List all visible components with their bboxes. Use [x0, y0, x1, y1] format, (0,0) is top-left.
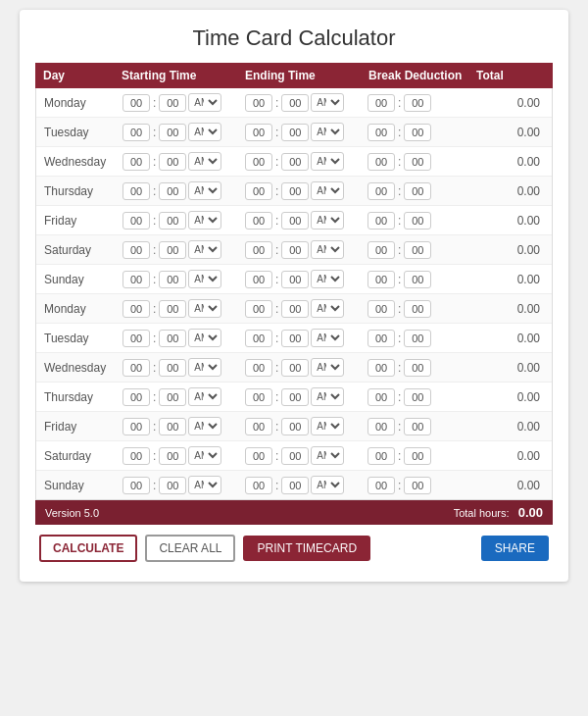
break-hour-input[interactable]	[368, 153, 395, 171]
break-hour-input[interactable]	[368, 94, 395, 112]
end-hour-input[interactable]	[245, 212, 272, 230]
start-hour-input[interactable]	[122, 418, 150, 435]
end-ampm-select[interactable]: AMPM	[311, 93, 344, 112]
break-min-input[interactable]	[404, 94, 431, 112]
clear-all-button[interactable]: CLEAR ALL	[145, 535, 235, 562]
end-ampm-select[interactable]: AMPM	[311, 358, 344, 377]
start-hour-input[interactable]	[122, 271, 150, 288]
start-ampm-select[interactable]: AMPM	[188, 387, 221, 406]
end-hour-input[interactable]	[245, 124, 272, 141]
start-ampm-select[interactable]: AMPM	[188, 299, 221, 318]
end-ampm-select[interactable]: AMPM	[311, 123, 344, 141]
start-ampm-select[interactable]: AMPM	[188, 358, 221, 377]
break-min-input[interactable]	[404, 447, 431, 465]
end-hour-input[interactable]	[245, 271, 272, 288]
end-min-input[interactable]	[281, 153, 309, 171]
break-hour-input[interactable]	[368, 182, 395, 200]
end-min-input[interactable]	[281, 94, 309, 112]
end-hour-input[interactable]	[245, 359, 272, 377]
start-min-input[interactable]	[159, 271, 186, 288]
start-ampm-select[interactable]: AMPM	[188, 446, 221, 465]
end-ampm-select[interactable]: AMPM	[311, 476, 344, 494]
start-min-input[interactable]	[159, 418, 186, 435]
end-hour-input[interactable]	[245, 300, 272, 318]
break-hour-input[interactable]	[368, 418, 395, 435]
end-min-input[interactable]	[281, 300, 309, 318]
start-min-input[interactable]	[159, 94, 186, 112]
break-min-input[interactable]	[404, 182, 431, 200]
print-button[interactable]: PRINT TIMECARD	[243, 536, 370, 561]
end-ampm-select[interactable]: AMPM	[311, 329, 344, 347]
start-min-input[interactable]	[159, 241, 186, 259]
start-hour-input[interactable]	[122, 124, 150, 141]
share-button[interactable]: SHARE	[481, 536, 549, 561]
start-ampm-select[interactable]: AMPM	[188, 329, 221, 347]
end-min-input[interactable]	[281, 182, 309, 200]
start-min-input[interactable]	[159, 212, 186, 230]
end-min-input[interactable]	[281, 388, 309, 406]
end-min-input[interactable]	[281, 212, 309, 230]
start-min-input[interactable]	[159, 300, 186, 318]
start-hour-input[interactable]	[122, 330, 150, 347]
end-min-input[interactable]	[281, 418, 309, 435]
end-hour-input[interactable]	[245, 330, 272, 347]
start-min-input[interactable]	[159, 359, 186, 377]
start-hour-input[interactable]	[122, 300, 150, 318]
end-ampm-select[interactable]: AMPM	[311, 446, 344, 465]
break-min-input[interactable]	[404, 330, 431, 347]
break-hour-input[interactable]	[368, 271, 395, 288]
start-min-input[interactable]	[159, 182, 186, 200]
start-hour-input[interactable]	[122, 388, 150, 406]
break-min-input[interactable]	[404, 241, 431, 259]
end-min-input[interactable]	[281, 447, 309, 465]
end-ampm-select[interactable]: AMPM	[311, 181, 344, 200]
start-min-input[interactable]	[159, 447, 186, 465]
start-hour-input[interactable]	[122, 447, 150, 465]
break-min-input[interactable]	[404, 124, 431, 141]
break-hour-input[interactable]	[368, 447, 395, 465]
end-hour-input[interactable]	[245, 477, 272, 494]
end-ampm-select[interactable]: AMPM	[311, 211, 344, 230]
break-min-input[interactable]	[404, 359, 431, 377]
break-min-input[interactable]	[404, 300, 431, 318]
end-hour-input[interactable]	[245, 182, 272, 200]
start-ampm-select[interactable]: AMPM	[188, 270, 221, 288]
start-ampm-select[interactable]: AMPM	[188, 93, 221, 112]
end-hour-input[interactable]	[245, 94, 272, 112]
end-min-input[interactable]	[281, 330, 309, 347]
end-ampm-select[interactable]: AMPM	[311, 417, 344, 435]
start-ampm-select[interactable]: AMPM	[188, 152, 221, 171]
start-min-input[interactable]	[159, 330, 186, 347]
start-hour-input[interactable]	[122, 182, 150, 200]
break-min-input[interactable]	[404, 477, 431, 494]
end-ampm-select[interactable]: AMPM	[311, 240, 344, 259]
start-ampm-select[interactable]: AMPM	[188, 181, 221, 200]
end-ampm-select[interactable]: AMPM	[311, 270, 344, 288]
end-min-input[interactable]	[281, 124, 309, 141]
break-min-input[interactable]	[404, 153, 431, 171]
end-min-input[interactable]	[281, 359, 309, 377]
end-hour-input[interactable]	[245, 241, 272, 259]
end-hour-input[interactable]	[245, 153, 272, 171]
start-hour-input[interactable]	[122, 153, 150, 171]
end-ampm-select[interactable]: AMPM	[311, 152, 344, 171]
break-hour-input[interactable]	[368, 388, 395, 406]
break-min-input[interactable]	[404, 388, 431, 406]
end-min-input[interactable]	[281, 271, 309, 288]
break-hour-input[interactable]	[368, 124, 395, 141]
break-hour-input[interactable]	[368, 300, 395, 318]
end-hour-input[interactable]	[245, 388, 272, 406]
break-min-input[interactable]	[404, 212, 431, 230]
end-min-input[interactable]	[281, 477, 309, 494]
start-ampm-select[interactable]: AMPM	[188, 211, 221, 230]
start-ampm-select[interactable]: AMPM	[188, 123, 221, 141]
start-min-input[interactable]	[159, 124, 186, 141]
break-hour-input[interactable]	[368, 359, 395, 377]
start-ampm-select[interactable]: AMPM	[188, 417, 221, 435]
end-ampm-select[interactable]: AMPM	[311, 387, 344, 406]
end-hour-input[interactable]	[245, 418, 272, 435]
end-ampm-select[interactable]: AMPM	[311, 299, 344, 318]
start-hour-input[interactable]	[122, 477, 150, 494]
start-min-input[interactable]	[159, 153, 186, 171]
start-min-input[interactable]	[159, 388, 186, 406]
